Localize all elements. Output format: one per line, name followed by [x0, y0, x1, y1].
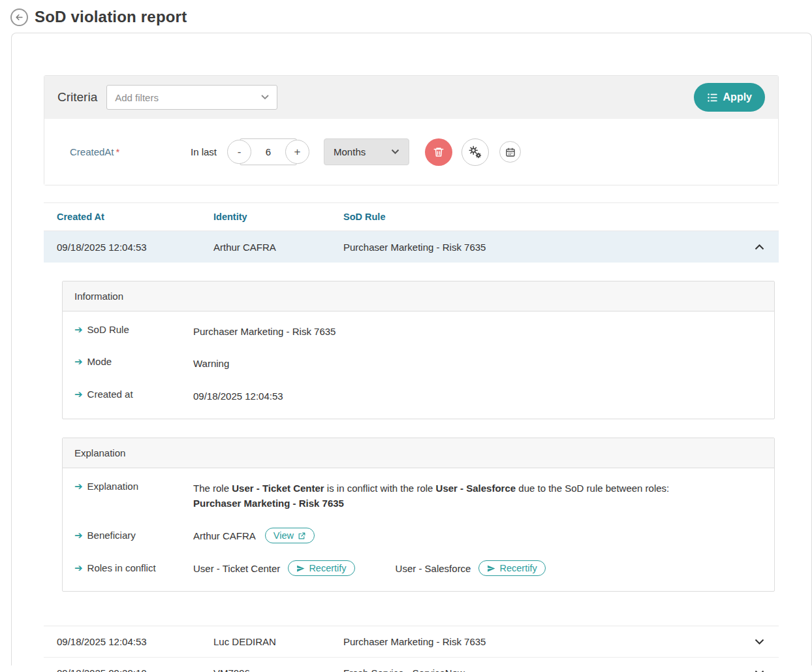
arrow-right-icon: ➔ [74, 481, 83, 492]
explanation-label: Explanation [87, 481, 138, 492]
info-created-value: 09/18/2025 12:04:53 [193, 389, 762, 404]
recertify-button[interactable]: Recertify [478, 560, 545, 576]
calendar-icon [505, 147, 516, 157]
arrow-right-icon: ➔ [74, 356, 83, 368]
view-button[interactable]: View [265, 528, 315, 543]
col-header-sod-rule: SoD Rule [343, 212, 740, 222]
report-card: Criteria Add filters Apply Create [11, 33, 812, 665]
info-sod-rule-row: ➔SoD Rule Purchaser Marketing - Risk 763… [74, 315, 762, 347]
row-detail: Information ➔SoD Rule Purchaser Marketin… [44, 263, 779, 626]
info-created-label: Created at [87, 389, 133, 400]
cell-created-at: 09/18/2025 12:04:53 [57, 636, 213, 647]
explanation-box-title: Explanation [63, 438, 774, 468]
criteria-panel: Criteria Add filters Apply Create [44, 75, 779, 185]
createdat-filter-row: CreatedAt* In last - + Months [44, 119, 778, 185]
table-header-row: Created At Identity SoD Rule [44, 202, 779, 231]
table-row[interactable]: 09/18/2025 12:04:53 Luc DEDIRAN Purchase… [44, 626, 779, 657]
arrow-right-icon: ➔ [74, 562, 83, 574]
arrow-left-icon [14, 12, 24, 22]
chevron-up-icon [755, 244, 764, 250]
gears-icon [468, 145, 482, 159]
cell-identity: Arthur CAFRA [213, 242, 343, 253]
information-box-title: Information [63, 281, 774, 312]
in-last-label: In last [191, 146, 217, 157]
increment-button[interactable]: + [285, 140, 309, 164]
cell-sod-rule: Fresh Service - ServiceNow [343, 667, 740, 672]
arrow-right-icon: ➔ [74, 324, 83, 336]
chevron-down-icon [391, 149, 399, 155]
beneficiary-label: Beneficiary [87, 530, 136, 541]
violations-table: Created At Identity SoD Rule 09/18/2025 … [44, 202, 779, 672]
criteria-bar: Criteria Add filters Apply [44, 76, 778, 119]
recertify-button[interactable]: Recertify [288, 560, 354, 576]
apply-label: Apply [723, 91, 752, 103]
explanation-box: Explanation ➔Explanation The role User -… [62, 438, 775, 592]
settings-button[interactable] [461, 138, 489, 166]
cell-created-at: 09/18/2025 09:29:10 [57, 667, 213, 672]
expand-row-button[interactable] [755, 639, 779, 645]
cell-sod-rule: Purchaser Marketing - Risk 7635 [343, 242, 740, 253]
explanation-row: ➔Explanation The role User - Ticket Cent… [74, 472, 762, 520]
unit-select[interactable]: Months [324, 138, 409, 165]
page-title: SoD violation report [35, 8, 187, 26]
col-header-identity: Identity [213, 212, 343, 222]
recertify-label: Recertify [309, 563, 346, 573]
page-header: SoD violation report [0, 0, 812, 33]
trash-icon [433, 146, 445, 158]
conflict-role-name: User - Salesforce [396, 561, 471, 576]
recertify-label: Recertify [499, 563, 537, 573]
list-icon [707, 92, 718, 103]
beneficiary-name: Arthur CAFRA [193, 528, 256, 543]
paper-plane-icon [487, 564, 495, 573]
cell-identity: Luc DEDIRAN [213, 636, 343, 647]
info-sod-rule-label: SoD Rule [87, 324, 129, 335]
apply-button[interactable]: Apply [694, 83, 765, 112]
conflict-role-name: User - Ticket Center [193, 561, 280, 576]
duration-stepper: - + [227, 138, 309, 165]
info-mode-value: Warning [193, 356, 762, 371]
table-row[interactable]: 09/18/2025 12:04:53 Arthur CAFRA Purchas… [44, 231, 779, 263]
cell-sod-rule: Purchaser Marketing - Risk 7635 [343, 636, 740, 647]
add-filters-select[interactable]: Add filters [106, 85, 277, 110]
caret-down-icon [261, 95, 269, 100]
required-asterisk: * [116, 146, 120, 157]
paper-plane-icon [296, 564, 305, 573]
cell-identity: VM7096 [213, 667, 343, 672]
table-row[interactable]: 09/18/2025 09:29:10 VM7096 Fresh Service… [44, 657, 779, 672]
unit-select-value: Months [334, 146, 391, 157]
criteria-label: Criteria [57, 90, 97, 104]
col-header-created-at: Created At [57, 212, 213, 222]
add-filters-placeholder: Add filters [115, 92, 261, 103]
chevron-down-icon [755, 639, 764, 645]
delete-filter-button[interactable] [425, 138, 452, 166]
info-created-row: ➔Created at 09/18/2025 12:04:53 [74, 380, 762, 412]
decrement-button[interactable]: - [227, 140, 251, 164]
roles-label: Roles in conflict [87, 562, 156, 573]
filter-name-text: CreatedAt [70, 146, 114, 157]
info-mode-row: ➔Mode Warning [74, 347, 762, 379]
filter-name-label: CreatedAt* [70, 146, 191, 157]
arrow-right-icon: ➔ [74, 389, 83, 400]
explanation-text: The role User - Ticket Center is in conf… [193, 481, 762, 511]
info-sod-rule-value: Purchaser Marketing - Risk 7635 [193, 324, 762, 339]
beneficiary-row: ➔Beneficiary Arthur CAFRA View [74, 519, 762, 552]
roles-in-conflict-row: ➔Roles in conflict User - Ticket Center … [74, 552, 762, 584]
back-button[interactable] [10, 8, 28, 26]
external-link-icon [298, 532, 306, 540]
cell-created-at: 09/18/2025 12:04:53 [57, 242, 213, 253]
information-box: Information ➔SoD Rule Purchaser Marketin… [62, 281, 775, 419]
view-button-label: View [273, 530, 294, 541]
arrow-right-icon: ➔ [74, 530, 83, 541]
calendar-button[interactable] [499, 141, 521, 163]
info-mode-label: Mode [87, 356, 112, 367]
collapse-row-button[interactable] [755, 244, 779, 250]
